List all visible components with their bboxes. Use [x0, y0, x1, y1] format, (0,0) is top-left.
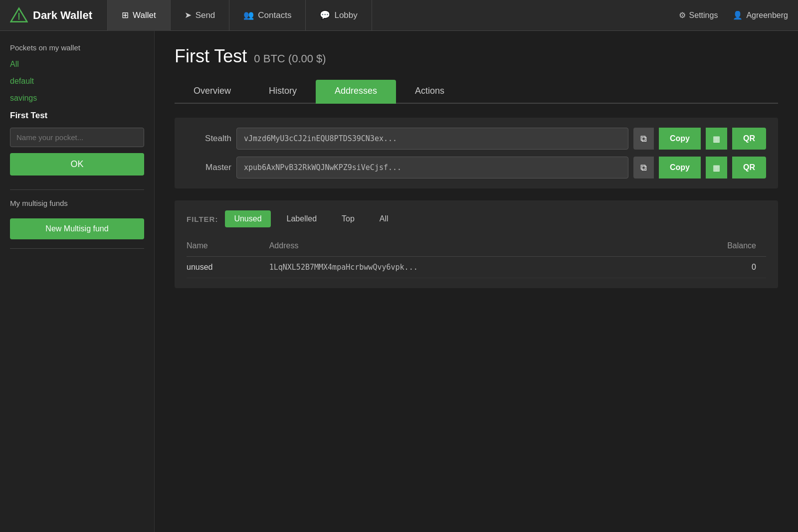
row-name: unused [187, 257, 269, 278]
app-title: Dark Wallet [33, 9, 92, 22]
clipboard-icon: ⧉ [640, 134, 647, 144]
addresses-section: Stealth vJmzd6MyU3cCJ2inEQU8PTDS39CN3ex.… [175, 118, 778, 188]
filter-labelled[interactable]: Labelled [278, 210, 326, 227]
pocket-name-input[interactable] [10, 128, 144, 147]
master-qr-icon-button[interactable]: ▦ [706, 157, 727, 178]
tab-overview[interactable]: Overview [175, 80, 250, 104]
sidebar-divider-2 [10, 248, 144, 249]
nav-item-lobby[interactable]: 💬 Lobby [306, 0, 372, 31]
stealth-copy-icon-button[interactable]: ⧉ [633, 128, 654, 150]
sidebar-section-title: Pockets on my wallet [10, 43, 144, 52]
page-title-name: First Test [175, 46, 247, 67]
nav-right: ⚙ Settings 👤 Agreenberg [679, 10, 788, 20]
qr-icon-2: ▦ [713, 164, 720, 172]
multisig-section-title: My multisig funds [10, 199, 144, 207]
sidebar-item-default[interactable]: default [10, 76, 144, 87]
nav-lobby-label: Lobby [334, 10, 357, 20]
contacts-icon: 👥 [243, 10, 254, 20]
master-qr-button[interactable]: QR [732, 157, 766, 178]
nav-item-send[interactable]: ➤ Send [171, 0, 230, 31]
col-header-name: Name [187, 237, 269, 257]
logo-icon [10, 6, 28, 24]
stealth-label: Stealth [187, 134, 231, 144]
tab-actions[interactable]: Actions [396, 80, 463, 104]
col-header-balance: Balance [666, 237, 766, 257]
nav-item-contacts[interactable]: 👥 Contacts [229, 0, 306, 31]
nav-items: ⊞ Wallet ➤ Send 👥 Contacts 💬 Lobby [107, 0, 679, 31]
filter-table-section: FILTER: Unused Labelled Top All Name Add… [175, 200, 778, 288]
main-layout: Pockets on my wallet All default savings… [0, 31, 798, 532]
filter-bar: FILTER: Unused Labelled Top All [187, 210, 766, 227]
master-value: xpub6AxNPvB32RkWQJNwKPZ9siVeCjsf... [236, 157, 628, 178]
settings-label: Settings [689, 11, 718, 20]
filter-label: FILTER: [187, 215, 218, 223]
logo-area: Dark Wallet [10, 6, 92, 24]
address-table: Name Address Balance unused 1LqNXL52B7MM… [187, 237, 766, 278]
row-address: 1LqNXL52B7MMX4mpaHcrbwwQvy6vpk... [269, 257, 666, 278]
clipboard-icon-2: ⧉ [640, 163, 647, 173]
row-balance: 0 [666, 257, 766, 278]
master-copy-button[interactable]: Copy [659, 157, 701, 178]
stealth-qr-icon-button[interactable]: ▦ [706, 128, 727, 150]
table-header-row: Name Address Balance [187, 237, 766, 257]
filter-top[interactable]: Top [333, 210, 364, 227]
tab-history[interactable]: History [250, 80, 316, 104]
sidebar: Pockets on my wallet All default savings… [0, 31, 155, 532]
tabs-bar: Overview History Addresses Actions [175, 80, 778, 104]
sidebar-item-savings[interactable]: savings [10, 93, 144, 104]
sidebar-item-first-test[interactable]: First Test [10, 110, 144, 122]
address-row-stealth: Stealth vJmzd6MyU3cCJ2inEQU8PTDS39CN3ex.… [187, 128, 766, 150]
stealth-value: vJmzd6MyU3cCJ2inEQU8PTDS39CN3ex... [236, 128, 628, 150]
nav-contacts-label: Contacts [258, 10, 291, 20]
sidebar-divider-1 [10, 189, 144, 190]
chat-icon: 💬 [320, 10, 330, 20]
user-icon: 👤 [733, 10, 743, 20]
tab-addresses[interactable]: Addresses [316, 80, 396, 104]
col-header-address: Address [269, 237, 666, 257]
topnav: Dark Wallet ⊞ Wallet ➤ Send 👥 Contacts 💬… [0, 0, 798, 31]
master-copy-icon-button[interactable]: ⧉ [633, 157, 654, 178]
page-title-area: First Test 0 BTC (0.00 $) [175, 46, 778, 67]
master-label: Master [187, 163, 231, 173]
main-content: First Test 0 BTC (0.00 $) Overview Histo… [155, 31, 798, 532]
nav-send-label: Send [196, 10, 215, 20]
new-multisig-button[interactable]: New Multisig fund [10, 218, 144, 239]
table-row: unused 1LqNXL52B7MMX4mpaHcrbwwQvy6vpk...… [187, 257, 766, 278]
filter-all[interactable]: All [371, 210, 398, 227]
send-arrow-icon: ➤ [185, 10, 192, 20]
qr-icon: ▦ [713, 135, 720, 143]
nav-settings[interactable]: ⚙ Settings [679, 10, 718, 20]
nav-item-wallet[interactable]: ⊞ Wallet [107, 0, 171, 31]
nav-user[interactable]: 👤 Agreenberg [733, 10, 788, 20]
page-title-balance: 0 BTC (0.00 $) [254, 52, 326, 65]
wallet-grid-icon: ⊞ [122, 10, 129, 20]
ok-button[interactable]: OK [10, 153, 144, 176]
nav-wallet-label: Wallet [133, 10, 156, 20]
sidebar-item-all[interactable]: All [10, 59, 144, 70]
address-row-master: Master xpub6AxNPvB32RkWQJNwKPZ9siVeCjsf.… [187, 157, 766, 178]
username-label: Agreenberg [746, 11, 788, 20]
svg-point-2 [18, 18, 20, 19]
gear-icon: ⚙ [679, 10, 686, 20]
filter-unused[interactable]: Unused [225, 210, 270, 227]
stealth-copy-button[interactable]: Copy [659, 128, 701, 150]
stealth-qr-button[interactable]: QR [732, 128, 766, 150]
